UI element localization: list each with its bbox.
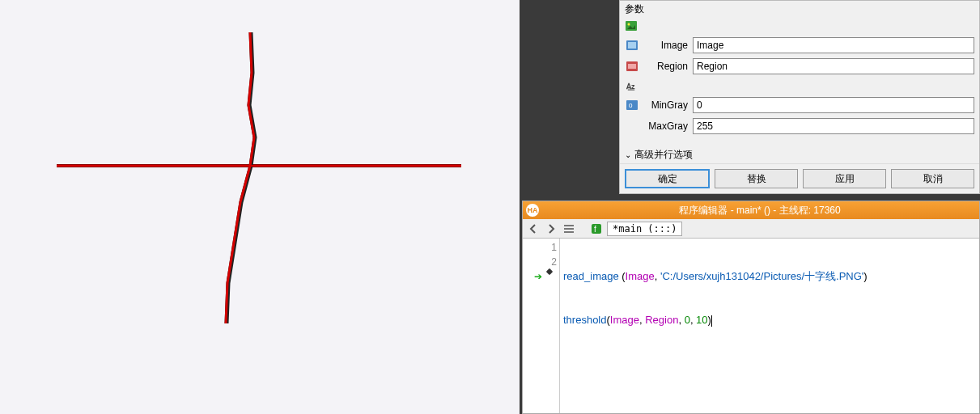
image-type-icon [625,39,639,52]
editor-title: 程序编辑器 - main* () - 主线程: 17360 [544,204,976,218]
image-param-label: Image [643,40,688,51]
code-token: Image [610,314,639,326]
breakpoint-icon [546,268,553,275]
region-param-input[interactable] [693,58,974,74]
code-editor[interactable]: 1 2 ➔ read_image (Image, 'C:/Users/xujh1… [523,239,979,413]
cross-image [32,16,486,364]
chevron-down-icon: ⌄ [625,150,631,159]
mingray-param-input[interactable] [693,97,974,113]
int-type-icon: 0 [625,99,639,112]
apply-button[interactable]: 应用 [803,169,886,188]
replace-button[interactable]: 替换 [715,169,798,188]
breadcrumb[interactable]: *main (:::) [607,222,682,236]
code-token: Region [645,314,678,326]
code-token: 'C:/Users/xujh131042/Pictures/十字线.PNG' [660,270,863,282]
format-icon[interactable]: A͟z [625,79,639,92]
editor-titlebar[interactable]: HA 程序编辑器 - main* () - 主线程: 17360 [523,201,979,219]
svg-rect-12 [564,228,574,230]
program-editor-window: HA 程序编辑器 - main* () - 主线程: 17360 f *main… [522,201,980,414]
params-panel: 参数 Image Region [619,0,980,194]
list-icon[interactable] [562,222,576,236]
picture-icon[interactable] [625,19,638,32]
image-viewer[interactable] [0,0,522,414]
code-token: threshold [563,314,606,326]
cancel-button[interactable]: 取消 [891,169,974,188]
svg-text:0: 0 [629,102,633,109]
nav-back-icon[interactable] [526,222,541,236]
panel-title: 参数 [620,1,979,18]
blank-icon [625,120,639,133]
code-token: Image [626,270,655,282]
maxgray-param-input[interactable] [693,118,974,134]
svg-rect-13 [564,231,574,233]
editor-toolbar: f *main (:::) [523,219,979,239]
svg-rect-14 [592,224,601,234]
exec-pointer-icon: ➔ [534,269,542,284]
svg-rect-5 [628,42,636,49]
svg-text:f: f [594,225,596,234]
image-param-input[interactable] [693,37,974,53]
svg-point-3 [628,23,630,26]
advanced-label: 高级并行选项 [634,148,693,162]
region-type-icon [625,60,639,73]
svg-text:A͟z: A͟z [626,82,635,91]
halcon-app-icon: HA [526,204,539,217]
code-lines[interactable]: read_image (Image, 'C:/Users/xujh131042/… [560,239,979,413]
advanced-parallel-toggle[interactable]: ⌄ 高级并行选项 [620,146,979,163]
code-token: 0 [685,314,690,326]
ok-button[interactable]: 确定 [625,169,710,188]
code-token: read_image [563,270,619,282]
function-icon[interactable]: f [589,222,604,236]
mingray-param-label: MinGray [643,99,688,111]
code-token: 10 [696,314,707,326]
maxgray-param-label: MaxGray [643,120,688,132]
svg-rect-7 [628,64,636,69]
text-caret [711,315,712,327]
region-param-label: Region [643,61,688,72]
line-gutter: 1 2 ➔ [523,239,560,413]
nav-forward-icon[interactable] [544,222,558,236]
svg-rect-11 [564,225,574,226]
